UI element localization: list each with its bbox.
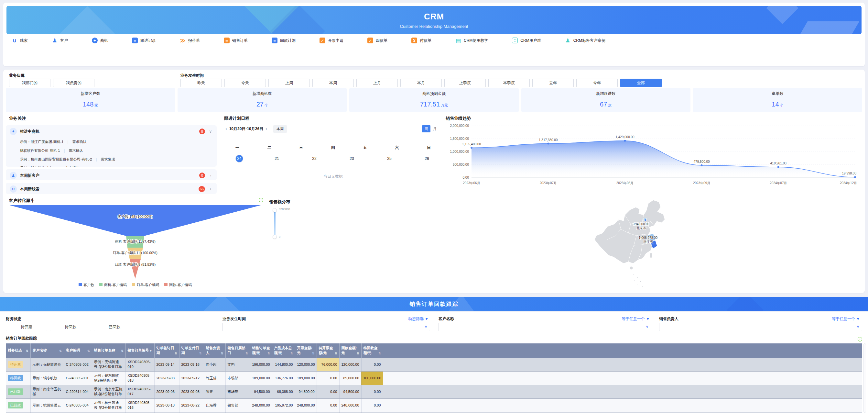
sort-icon[interactable]: ⇅ (59, 349, 62, 353)
calendar-date-25[interactable]: 25 (385, 155, 393, 163)
legend-item-订单-客户编码[interactable]: 订单-客户编码 (132, 283, 159, 288)
table-row[interactable]: 已回款示例：杭州简通云C-240305-004示例：杭州简通云-第2份销售订单X… (6, 399, 862, 412)
column-header-销售订单金额/元[interactable]: 销售订单金额/元⇅ (250, 344, 272, 358)
table-row[interactable]: 待开票示例：无锡简通云C-240305-002示例：无锡简通云-第3份销售订单X… (6, 358, 862, 371)
finance-button-待开票[interactable]: 待开票 (6, 323, 47, 331)
nav-item-回款单[interactable]: ✓回款单 (367, 37, 388, 43)
calendar-date-22[interactable]: 22 (310, 155, 318, 163)
time-button-全部[interactable]: 全部 (620, 79, 662, 87)
chevron-down-icon[interactable]: ∨ (208, 129, 213, 134)
sort-icon[interactable]: ⇅ (87, 349, 90, 353)
column-header-销售归属部门[interactable]: 销售归属部门⇅ (225, 344, 250, 358)
sort-icon[interactable]: ⇅ (121, 349, 124, 353)
this-week-button[interactable]: 本周 (273, 125, 287, 133)
trend-data-point[interactable] (854, 176, 856, 178)
focus-group-header[interactable]: ♟本周新客户0› (6, 169, 217, 180)
chevron-right-icon[interactable]: › (208, 173, 213, 178)
focus-list-item[interactable]: 示例：浙江广厦集团-商机-1｜需求确认 (20, 138, 213, 146)
column-header-客户编码[interactable]: 客户编码⇅ (64, 344, 92, 358)
time-button-今天[interactable]: 今天 (224, 79, 266, 87)
beijing-marker[interactable] (645, 219, 647, 221)
focus-group-本周新客户[interactable]: ♟本周新客户0› (6, 169, 217, 180)
calendar-prev-icon[interactable]: ‹ (224, 126, 228, 131)
focus-group-header[interactable]: ∪本周新线索66› (6, 183, 217, 194)
column-header-订单交付日期[interactable]: 订单交付日期⇅ (179, 344, 204, 358)
column-header-销售负责人[interactable]: 销售负责人⇅ (204, 344, 225, 358)
column-header-产品成本总额/元[interactable]: 产品成本总额/元⇅ (272, 344, 295, 358)
sort-icon[interactable]: ⇅ (335, 352, 337, 355)
calendar-date-26[interactable]: 26 (423, 155, 431, 163)
calendar-next-icon[interactable]: › (264, 126, 268, 131)
calendar-date-21[interactable]: 21 (273, 155, 281, 163)
legend-item-商机-客户编码[interactable]: 商机-客户编码 (99, 283, 127, 288)
time-button-昨天[interactable]: 昨天 (181, 79, 222, 87)
trend-data-point[interactable] (777, 166, 779, 168)
focus-group-header[interactable]: ✦推进中商机8∨ (6, 125, 217, 138)
trend-data-point[interactable] (470, 147, 472, 149)
slider-min-handle[interactable] (273, 235, 277, 239)
table-row[interactable]: 待回款示例：锡东帆软C-240305-001示例：锡东帆软-第2份销售订单XSD… (6, 371, 862, 385)
nav-item-线索[interactable]: ∪线索 (12, 37, 28, 43)
time-button-上季度[interactable]: 上季度 (444, 79, 486, 87)
table-row[interactable]: 已回款示例：无锡帆软C-240305-003示例：无锡帆软-第2份销售订单XSD… (6, 412, 862, 413)
sort-icon[interactable]: ⇅ (221, 352, 223, 355)
time-button-本周[interactable]: 本周 (312, 79, 354, 87)
slider-max-handle[interactable] (273, 208, 277, 212)
funnel-stage-回款-客户编码[interactable] (130, 259, 141, 279)
week-view-toggle[interactable]: 周 (422, 125, 430, 132)
column-header-待回款金额/元[interactable]: 待回款金额/元⇅ (361, 344, 383, 358)
dynamic-filter-link[interactable]: 动态筛选 ▼ (408, 316, 429, 322)
sort-icon[interactable]: ⇅ (290, 352, 293, 355)
nav-item-销售订单[interactable]: ≡销售订单 (224, 37, 248, 43)
table-info-icon[interactable]: i (858, 337, 862, 342)
owner-match-any-link[interactable]: 等于任意一个 ▼ (832, 316, 860, 322)
nav-item-报价单[interactable]: ≫报价单 (180, 37, 200, 43)
column-header-回款金额/元[interactable]: 回款金额/元⇅ (339, 344, 361, 358)
sort-icon[interactable]: ⇅ (175, 352, 177, 355)
column-header-订单签订日期[interactable]: 订单签订日期⇅ (154, 344, 179, 358)
focus-list-item[interactable]: 示例：杭州萧山国际贸易股份有限公司-商机-2｜需求发现 (20, 155, 213, 164)
customer-match-any-link[interactable]: 等于任意一个 ▼ (622, 316, 650, 322)
calendar-date-24[interactable]: 24 (236, 155, 243, 163)
ownership-button-我部门的[interactable]: 我部门的 (9, 79, 51, 87)
table-row[interactable]: 已回款示例：南京华五机械C-220614-004示例：南京华五机械-第3份销售订… (6, 385, 862, 399)
sort-icon[interactable]: ⇅ (312, 352, 315, 355)
column-header-销售订单编号[interactable]: 销售订单编号▼ (125, 344, 154, 358)
nav-item-CRM使用教学[interactable]: ▤CRM使用教学 (455, 37, 488, 43)
legend-item-客户数[interactable]: 客户数 (79, 283, 94, 288)
customer-name-select[interactable]: ∨ (438, 323, 651, 331)
column-header-销售订单名称[interactable]: 销售订单名称⇅ (92, 344, 125, 358)
nav-item-商机[interactable]: ✦商机 (92, 37, 108, 43)
time-button-本月[interactable]: 本月 (400, 79, 442, 87)
nav-item-付款单[interactable]: ¥付款单 (411, 37, 431, 43)
nav-item-CRM标杆客户案例[interactable]: ♟CRM标杆客户案例 (565, 37, 606, 43)
column-header-开票金额/元[interactable]: 开票金额/元⇅ (295, 344, 317, 358)
nav-item-开票申请[interactable]: ✓开票申请 (319, 37, 343, 43)
funnel-info-icon[interactable]: i (259, 198, 263, 202)
nav-item-客户[interactable]: ♟客户 (52, 37, 68, 43)
month-view-toggle[interactable]: 月 (430, 125, 439, 132)
finance-button-待回款[interactable]: 待回款 (50, 323, 91, 331)
trend-data-point[interactable] (547, 143, 549, 145)
sort-icon[interactable]: ⇅ (357, 352, 359, 355)
sales-distribution-slider[interactable] (274, 209, 276, 237)
sort-icon[interactable]: ⇅ (199, 352, 202, 355)
trend-data-point[interactable] (701, 165, 703, 166)
focus-list-item[interactable]: 示例：锡东帆软-商机-3｜方案报价 (20, 164, 213, 167)
focus-group-推进中商机[interactable]: ✦推进中商机8∨示例：浙江广厦集团-商机-1｜需求确认帆软软件有限公司-商机-1… (6, 125, 217, 167)
focus-list-item[interactable]: 帆软软件有限公司-商机-1｜需求确认 (20, 146, 213, 155)
time-select[interactable]: ∨ (222, 323, 430, 331)
time-button-上周[interactable]: 上周 (269, 79, 310, 87)
sort-icon[interactable]: ⇅ (245, 352, 248, 355)
chevron-right-icon[interactable]: › (208, 187, 213, 191)
ownership-button-我负责的[interactable]: 我负责的 (53, 79, 94, 87)
nav-item-跟进记录[interactable]: ≡跟进记录 (132, 37, 156, 43)
column-header-客户名称[interactable]: 客户名称⇅ (30, 344, 64, 358)
sort-icon[interactable]: ⇅ (378, 352, 381, 355)
sort-icon[interactable]: ⇅ (268, 352, 270, 355)
time-button-上月[interactable]: 上月 (356, 79, 398, 87)
column-header-财务状态[interactable]: 财务状态⇅ (6, 344, 30, 358)
trend-data-point[interactable] (624, 140, 626, 142)
time-button-今年[interactable]: 今年 (576, 79, 618, 87)
table-scrollbar[interactable] (864, 344, 866, 413)
